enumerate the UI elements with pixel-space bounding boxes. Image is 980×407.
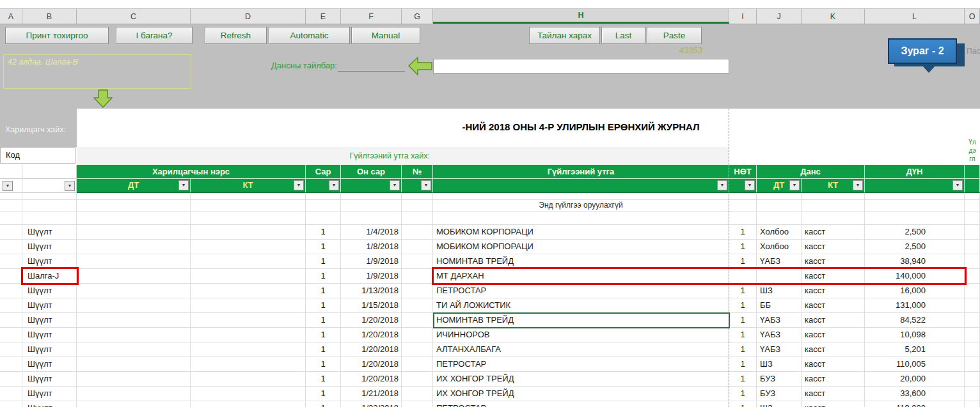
column-header-j[interactable]: J: [757, 9, 802, 24]
date-cell[interactable]: 1/20/2018: [341, 342, 402, 357]
cell[interactable]: [802, 193, 865, 200]
cell[interactable]: [191, 284, 306, 298]
column-header-i[interactable]: I: [729, 9, 757, 24]
vat-cell[interactable]: 1: [729, 225, 757, 240]
col-header-account[interactable]: Данс: [757, 165, 865, 179]
cell[interactable]: [22, 200, 77, 211]
cell[interactable]: [191, 372, 306, 387]
date-cell[interactable]: 1/8/2018: [341, 240, 402, 254]
column-header-c[interactable]: C: [77, 9, 191, 24]
cell[interactable]: [0, 387, 22, 401]
amount-cell[interactable]: 16,000: [865, 284, 965, 298]
cell[interactable]: [0, 240, 22, 254]
cell[interactable]: [402, 211, 433, 225]
cell[interactable]: [402, 313, 433, 328]
month-cell[interactable]: 1: [306, 225, 341, 240]
amount-cell[interactable]: 131,000: [865, 298, 965, 313]
amount-cell[interactable]: 20,000: [865, 372, 965, 387]
account-dt-cell[interactable]: Холбоо: [757, 225, 802, 240]
cell[interactable]: [77, 240, 191, 254]
cell[interactable]: [965, 342, 980, 357]
filter-status-cell[interactable]: Шүүлт: [22, 284, 77, 298]
description-cell[interactable]: ПЕТРОСТАР: [433, 357, 729, 372]
i-column-button[interactable]: I багана?: [116, 27, 193, 44]
column-header-e[interactable]: E: [306, 9, 341, 24]
cell[interactable]: [191, 200, 306, 211]
cell[interactable]: [965, 193, 980, 200]
account-kt-cell[interactable]: касст: [802, 284, 865, 298]
col-header-partner-names[interactable]: Харилцагчын нэрс: [77, 165, 306, 179]
cell[interactable]: [191, 298, 306, 313]
cell[interactable]: [729, 211, 757, 225]
description-cell[interactable]: ИЧИННОРОВ: [433, 328, 729, 342]
cell[interactable]: [729, 200, 757, 211]
col-header-description[interactable]: Гүйлгээний утга: [433, 165, 729, 179]
cell[interactable]: [402, 372, 433, 387]
cell[interactable]: [965, 225, 980, 240]
cell[interactable]: [729, 193, 757, 200]
cell[interactable]: [0, 401, 22, 407]
cell[interactable]: [306, 211, 341, 225]
cell[interactable]: [965, 357, 980, 372]
month-cell[interactable]: 1: [306, 240, 341, 254]
cell[interactable]: [77, 342, 191, 357]
filter-status-cell[interactable]: Шүүлт: [22, 387, 77, 401]
cell[interactable]: [191, 342, 306, 357]
col-header-month[interactable]: Сар: [306, 165, 341, 179]
account-kt-cell[interactable]: касст: [802, 313, 865, 328]
cell[interactable]: [306, 200, 341, 211]
cell[interactable]: [0, 225, 22, 240]
cell[interactable]: [965, 313, 980, 328]
picture-label-shape[interactable]: Зураг - 2: [888, 38, 957, 64]
cell[interactable]: [77, 193, 191, 200]
cell[interactable]: [77, 372, 191, 387]
cell[interactable]: [865, 211, 965, 225]
month-cell[interactable]: 1: [306, 357, 341, 372]
cell[interactable]: [965, 372, 980, 387]
cell[interactable]: [191, 240, 306, 254]
month-cell[interactable]: 1: [306, 254, 341, 269]
filter-status-cell[interactable]: Шүүлт: [22, 357, 77, 372]
cell[interactable]: [341, 193, 402, 200]
month-cell[interactable]: 1: [306, 298, 341, 313]
cell[interactable]: [191, 193, 306, 200]
col-header-date[interactable]: Он сар: [341, 165, 402, 179]
description-cell[interactable]: ПЕТРОСТАР: [433, 401, 729, 407]
cell[interactable]: [77, 313, 191, 328]
col-subheader-partner-dt[interactable]: ДТ▼: [77, 179, 191, 193]
manual-button[interactable]: Manual: [351, 27, 420, 44]
account-dt-cell[interactable]: ҮАБЗ: [757, 313, 802, 328]
vat-cell[interactable]: 1: [729, 342, 757, 357]
account-kt-cell[interactable]: касст: [802, 240, 865, 254]
vat-cell[interactable]: 1: [729, 357, 757, 372]
filter-status-cell[interactable]: Шүүлт: [22, 372, 77, 387]
account-dt-cell[interactable]: ҮАБЗ: [757, 328, 802, 342]
filter-button[interactable]: ▼: [329, 180, 339, 190]
cell[interactable]: [0, 269, 22, 284]
refresh-button[interactable]: Refresh: [205, 27, 267, 44]
cell[interactable]: [306, 193, 341, 200]
date-cell[interactable]: 1/23/2018: [341, 401, 402, 407]
col-subheader-account-kt[interactable]: КТ▼: [802, 179, 865, 193]
amount-cell[interactable]: 5,201: [865, 342, 965, 357]
cell[interactable]: [0, 372, 22, 387]
date-cell[interactable]: 1/15/2018: [341, 298, 402, 313]
cell[interactable]: [757, 211, 802, 225]
amount-cell[interactable]: 110,005: [865, 357, 965, 372]
filter-button[interactable]: ▼: [952, 180, 963, 190]
filter-status-cell[interactable]: Шүүлт: [22, 401, 77, 407]
vat-cell[interactable]: 1: [729, 313, 757, 328]
cell[interactable]: [402, 225, 433, 240]
vat-cell[interactable]: 1: [729, 401, 757, 407]
month-cell[interactable]: 1: [306, 387, 341, 401]
account-kt-cell[interactable]: касст: [802, 298, 865, 313]
filter-button[interactable]: ▼: [178, 180, 189, 190]
cell[interactable]: [965, 254, 980, 269]
cell[interactable]: [965, 211, 980, 225]
cell[interactable]: [77, 211, 191, 225]
filter-button[interactable]: ▼: [390, 180, 400, 190]
cell[interactable]: [191, 211, 306, 225]
amount-cell[interactable]: 2,500: [865, 225, 965, 240]
filter-status-cell[interactable]: Шүүлт: [22, 240, 77, 254]
month-cell[interactable]: 1: [306, 328, 341, 342]
